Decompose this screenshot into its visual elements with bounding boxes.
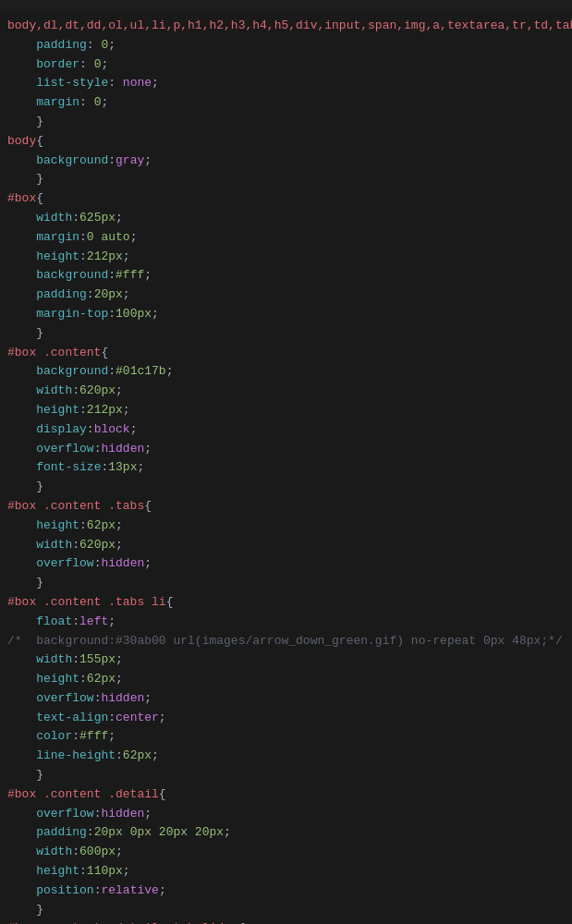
selector-token: #box [7,191,36,205]
code-tokens: width:620px; [7,536,123,555]
value-token: 212px [87,249,123,263]
property-token: background [36,153,108,167]
code-line: height:212px; [0,401,572,420]
semicolon-token: ; [116,518,123,532]
selector-token: #box .content [7,346,101,359]
code-line: background:#01c17b; [0,362,572,382]
semicolon-token: ; [108,729,116,743]
colon-token: : [72,211,79,225]
value-token: 110px [87,864,123,878]
code-tokens: } [7,113,43,132]
comment-token: /* background:#30ab00 url(images/arrow_d… [7,634,563,648]
code-tokens: #box .content .tabs li{ [7,593,173,613]
property-token: overflow [36,442,93,456]
colon-token: : [72,614,79,628]
colon-token: : [72,383,79,397]
code-tokens: #box{ [7,189,43,209]
semicolon-token: ; [123,864,130,878]
selector-token: #box .content .tabs [7,499,144,513]
hash-token: #01c17b [116,364,166,378]
code-line: width:155px; [0,650,572,670]
colon-token: : [79,672,87,686]
value-token: 13px [108,460,137,474]
code-line: } [0,574,572,593]
brace-token: } [36,768,43,782]
colon-token: : [108,307,116,321]
code-line: } [0,170,572,189]
code-tokens: position:relative; [7,881,166,901]
colon-token: : [87,825,94,839]
property-token: line-height [36,748,116,762]
code-tokens: width:600px; [7,843,123,862]
property-token: font-size [36,460,101,474]
code-line: background:#fff; [0,266,572,286]
selector-token: #box .content .tabs li [7,595,166,609]
colon-token: : [79,518,87,532]
code-line: height:110px; [0,862,572,881]
code-line: } [0,113,572,132]
semicolon-token: ; [116,672,123,686]
property-token: height [36,403,79,417]
code-tokens: #box .content .detail .tabslider{ [7,919,245,924]
property-token: position [36,883,93,897]
code-line: width:620px; [0,536,572,555]
property-token: width [36,845,72,858]
value-token: 600px [79,845,116,858]
code-line: width:625px; [0,209,572,228]
code-line: padding:20px 0px 20px 20px; [0,823,572,843]
property-token: height [36,249,79,263]
value-token: 62px [87,518,116,532]
code-tokens: overflow:hidden; [7,689,152,709]
semicolon-token: ; [166,364,174,378]
code-line: position:relative; [0,881,572,901]
code-tokens: background:#01c17b; [7,362,173,382]
colon-token: : [108,268,116,282]
code-line: width:600px; [0,843,572,862]
colon-token: : [108,76,123,90]
property-token: background [36,268,108,282]
colon-token: : [87,38,102,52]
semicolon-token: ; [137,460,144,474]
code-tokens: overflow:hidden; [7,554,152,574]
code-line: body{ [0,132,572,152]
keyword-val-token: hidden [101,691,144,705]
colon-token: : [116,748,123,762]
code-tokens: font-size:13px; [7,458,144,478]
keyword-val-token: left [79,614,108,628]
property-token: height [36,864,79,878]
hash-token: #fff [79,729,108,743]
property-token: color [36,729,72,743]
semicolon-token: ; [130,230,138,244]
semicolon-token: ; [152,307,159,321]
value-token: 62px [123,748,152,762]
code-tokens: padding:20px; [7,286,130,305]
code-tokens: background:#fff; [7,266,152,286]
code-editor: body,dl,dt,dd,ol,ul,li,p,h1,h2,h3,h4,h5,… [0,9,572,924]
code-content: body,dl,dt,dd,ol,ul,li,p,h1,h2,h3,h4,h5,… [0,17,572,924]
semicolon-token: ; [144,691,152,705]
keyword-val-token: relative [101,883,158,897]
code-line: #box .content .detail .tabslider{ [0,919,572,924]
colon-token: : [79,230,87,244]
keyword-val-token: gray [116,153,144,167]
code-line: } [0,324,572,344]
semicolon-token: ; [152,748,159,762]
colon-token: : [72,538,79,552]
code-line: margin: 0; [0,93,572,113]
code-tokens: list-style: none; [7,74,159,93]
brace-token: { [36,191,43,205]
value-token: 0 auto [87,230,130,244]
code-tokens: width:625px; [7,209,123,228]
selector-token: body [7,134,36,148]
property-token: margin-top [36,307,108,321]
code-line: height:62px; [0,670,572,689]
semicolon-token: ; [152,76,159,90]
code-line: overflow:hidden; [0,440,572,459]
code-tokens: #box .content .detail{ [7,785,166,805]
property-token: width [36,383,72,397]
semicolon-token: ; [224,825,231,839]
code-tokens: height:212px; [7,401,130,420]
brace-token: } [36,115,43,128]
colon-token: : [79,95,94,109]
code-line: } [0,478,572,497]
